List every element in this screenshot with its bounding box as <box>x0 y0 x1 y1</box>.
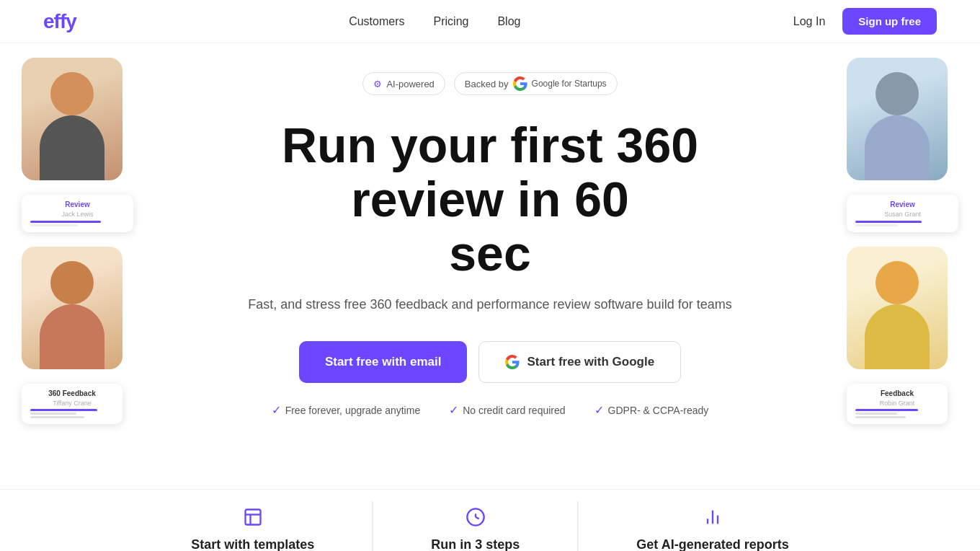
tab-templates[interactable]: Start with templates <box>133 490 372 551</box>
check-icon-2: ✓ <box>449 403 458 417</box>
trust-gdpr: ✓ GDPR- & CCPA-ready <box>594 403 709 417</box>
nav-link-customers[interactable]: Customers <box>349 15 404 28</box>
hero-content: ⚙ AI-powered Backed by Google for Startu… <box>14 72 966 417</box>
tab-steps[interactable]: Run in 3 steps <box>373 490 577 551</box>
cta-buttons: Start free with email Start free with Go… <box>14 341 966 383</box>
templates-icon <box>243 507 263 532</box>
svg-rect-0 <box>245 510 260 525</box>
google-cta-button[interactable]: Start free with Google <box>478 341 681 383</box>
steps-icon <box>466 507 486 532</box>
nav-link-pricing[interactable]: Pricing <box>434 15 469 28</box>
hero-section: Review Jack Lewis 360 Feedback Tiffany C… <box>0 43 980 460</box>
nav-actions: Log In Sign up free <box>793 8 937 35</box>
nav-link-blog[interactable]: Blog <box>497 15 520 28</box>
ai-badge: ⚙ AI-powered <box>362 72 445 95</box>
email-cta-button[interactable]: Start free with email <box>299 341 468 383</box>
tab-ai-label: Get AI-generated reports <box>636 537 788 551</box>
hero-title: Run your first 360 review in 60 sec <box>202 118 778 280</box>
hero-badges: ⚙ AI-powered Backed by Google for Startu… <box>14 72 966 95</box>
trust-no-credit: ✓ No credit card required <box>449 403 565 417</box>
google-cta-icon <box>505 355 520 369</box>
tab-ai-reports[interactable]: Get AI-generated reports <box>579 490 846 551</box>
check-icon-1: ✓ <box>272 403 281 417</box>
google-badge: Backed by Google for Startups <box>454 72 618 95</box>
check-icon-3: ✓ <box>594 403 604 417</box>
tab-templates-label: Start with templates <box>191 537 314 551</box>
logo[interactable]: effy <box>43 10 76 33</box>
hero-subtitle: Fast, and stress free 360 feedback and p… <box>14 297 966 312</box>
nav-links: Customers Pricing Blog <box>349 15 520 28</box>
navbar: effy Customers Pricing Blog Log In Sign … <box>0 0 980 43</box>
login-link[interactable]: Log In <box>793 15 825 28</box>
signup-button[interactable]: Sign up free <box>842 8 937 35</box>
ai-reports-icon <box>703 507 723 532</box>
trust-free-forever: ✓ Free forever, upgrade anytime <box>272 403 421 417</box>
trust-badges: ✓ Free forever, upgrade anytime ✓ No cre… <box>14 403 966 417</box>
google-logo <box>513 76 527 91</box>
tab-steps-label: Run in 3 steps <box>431 537 520 551</box>
bottom-tabs: Start with templates Run in 3 steps Get … <box>0 489 980 551</box>
ai-icon: ⚙ <box>373 79 382 89</box>
